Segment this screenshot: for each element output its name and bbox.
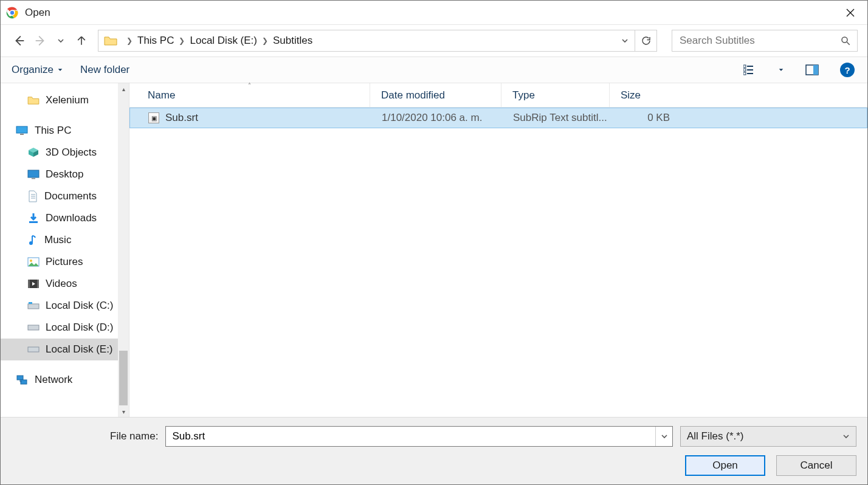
svg-rect-7 [747, 69, 753, 71]
address-dropdown-button[interactable] [615, 37, 635, 44]
tree-item-downloads[interactable]: Downloads [1, 207, 129, 229]
chevron-right-icon[interactable]: ❯ [175, 36, 188, 45]
back-button[interactable] [10, 32, 29, 50]
tree-scrollbar[interactable]: ▴ ▾ [118, 83, 129, 417]
file-name-field[interactable] [165, 426, 673, 447]
svg-rect-25 [28, 325, 39, 330]
cancel-button[interactable]: Cancel [776, 455, 856, 476]
file-name-input[interactable] [166, 430, 655, 442]
search-input[interactable] [678, 34, 840, 47]
document-icon [27, 190, 38, 202]
file-name-label: File name: [110, 430, 158, 442]
cube-icon [27, 147, 40, 158]
svg-rect-22 [37, 280, 39, 288]
svg-rect-6 [743, 69, 746, 71]
help-icon: ? [840, 63, 855, 77]
music-icon [27, 234, 38, 246]
column-type[interactable]: Type [501, 83, 610, 107]
view-options-button[interactable] [741, 61, 759, 79]
chevron-right-icon[interactable]: ❯ [123, 36, 136, 45]
svg-rect-4 [743, 65, 746, 67]
file-type-label: All Files (*.*) [687, 430, 744, 442]
chevron-right-icon[interactable]: ❯ [258, 36, 272, 45]
chevron-down-icon [842, 433, 850, 440]
recent-locations-button[interactable] [52, 32, 70, 50]
tree-label: Local Disk (E:) [46, 343, 113, 356]
picture-icon [27, 257, 40, 267]
scroll-thumb[interactable] [119, 351, 128, 405]
tree-item-pictures[interactable]: Pictures [1, 251, 129, 273]
scroll-down-icon[interactable]: ▾ [118, 406, 129, 417]
navigation-bar: ❯ This PC ❯ Local Disk (E:) ❯ Subtitles [1, 25, 867, 57]
file-row[interactable]: ▣ Sub.srt 1/10/2020 10:06 a. m. SubRip T… [129, 108, 867, 128]
tree-label: Desktop [46, 168, 83, 181]
toolbar: Organize New folder ? [1, 57, 867, 83]
close-button[interactable] [838, 1, 863, 25]
forward-button[interactable] [31, 32, 49, 50]
address-bar[interactable]: ❯ This PC ❯ Local Disk (E:) ❯ Subtitles [98, 30, 657, 52]
search-box[interactable] [672, 30, 858, 52]
column-label: Name [148, 89, 175, 101]
tree-label: Xelenium [46, 94, 89, 106]
tree-item-music[interactable]: Music [1, 229, 129, 251]
tree-item-desktop[interactable]: Desktop [1, 163, 129, 185]
new-folder-button[interactable]: New folder [80, 64, 129, 76]
chrome-icon [5, 6, 19, 19]
column-size[interactable]: Size [610, 83, 681, 107]
svg-rect-8 [743, 72, 746, 75]
tree-item-network[interactable]: Network [1, 369, 129, 391]
svg-rect-26 [28, 347, 39, 352]
tree-label: 3D Objects [46, 146, 97, 159]
crumb-disk[interactable]: Local Disk (E:) [188, 35, 258, 47]
tree-item-this-pc[interactable]: This PC [1, 120, 129, 142]
file-type-filter[interactable]: All Files (*.*) [680, 426, 856, 447]
svg-rect-27 [17, 376, 23, 380]
column-label: Type [512, 89, 535, 101]
preview-pane-button[interactable] [803, 61, 821, 79]
desktop-icon [27, 170, 40, 179]
file-size: 0 KB [610, 112, 682, 124]
file-list: Name ˄ Date modified Type Size ▣ Sub.srt… [129, 83, 867, 417]
tree-label: Downloads [46, 212, 97, 224]
svg-point-3 [842, 37, 847, 43]
tree-item-3d-objects[interactable]: 3D Objects [1, 142, 129, 163]
open-file-dialog: Open ❯ This PC ❯ Local Disk (E:) ❯ Subti [0, 0, 868, 485]
network-icon [15, 374, 29, 385]
folder-icon [102, 34, 119, 47]
tree-item-videos[interactable]: Videos [1, 273, 129, 295]
column-label: Size [621, 89, 641, 101]
tree-label: Documents [44, 190, 97, 202]
svg-point-19 [30, 260, 32, 262]
tree-item-disk-c[interactable]: Local Disk (C:) [1, 295, 129, 317]
tree-item-xelenium[interactable]: Xelenium [1, 89, 129, 111]
svg-rect-11 [813, 65, 818, 75]
file-rows: ▣ Sub.srt 1/10/2020 10:06 a. m. SubRip T… [129, 108, 867, 417]
tree-item-disk-e[interactable]: Local Disk (E:) [1, 339, 129, 360]
organize-button[interactable]: Organize [12, 64, 63, 76]
up-button[interactable] [72, 32, 91, 50]
crumb-this-pc[interactable]: This PC [136, 35, 175, 47]
scroll-up-icon[interactable]: ▴ [118, 83, 129, 94]
column-name[interactable]: Name ˄ [129, 83, 370, 107]
refresh-button[interactable] [635, 30, 656, 51]
file-name-dropdown-button[interactable] [655, 427, 672, 446]
svg-rect-16 [29, 221, 38, 223]
tree-item-documents[interactable]: Documents [1, 185, 129, 207]
organize-label: Organize [12, 64, 53, 76]
column-date[interactable]: Date modified [370, 83, 501, 107]
view-dropdown-button[interactable] [776, 61, 786, 79]
disk-icon [27, 346, 40, 353]
search-icon [840, 35, 851, 46]
sort-ascending-icon: ˄ [248, 82, 251, 89]
tree-label: Local Disk (C:) [46, 300, 113, 312]
svg-point-17 [29, 241, 33, 245]
tree-label: Videos [46, 278, 77, 290]
help-button[interactable]: ? [838, 61, 856, 79]
crumb-folder[interactable]: Subtitles [272, 35, 314, 47]
dialog-body: Xelenium This PC 3D Objects Desktop [1, 83, 867, 417]
window-title: Open [25, 7, 50, 19]
tree-item-disk-d[interactable]: Local Disk (D:) [1, 317, 129, 339]
file-type: SubRip Text subtitl... [502, 112, 610, 124]
open-button[interactable]: Open [685, 455, 765, 476]
tree-label: Pictures [46, 256, 83, 268]
